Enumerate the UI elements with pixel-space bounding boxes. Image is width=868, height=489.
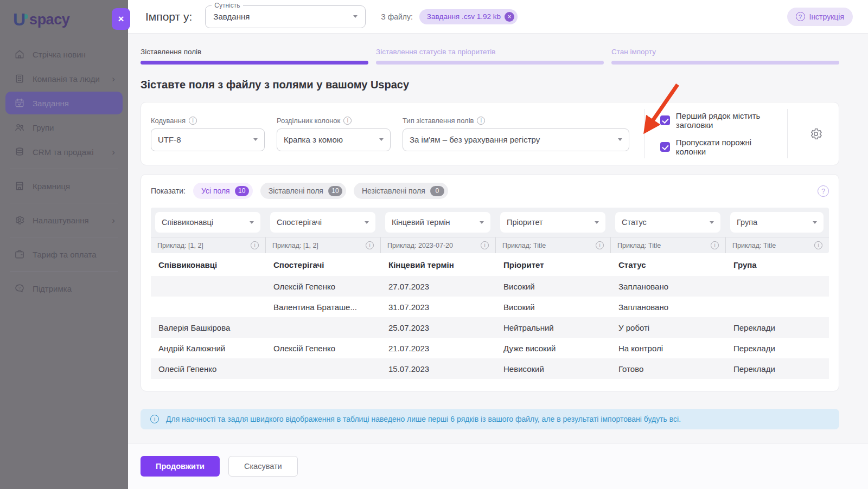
show-label: Показати:: [151, 186, 186, 195]
filter-chip-unmapped-fields[interactable]: Незіставлені поля 0: [354, 183, 448, 199]
import-modal: Імпорт у: Сутність Завдання З файлу: Зав…: [128, 0, 868, 489]
column-header: Група: [726, 260, 829, 269]
step-field-mapping[interactable]: Зіставлення полів: [141, 48, 368, 65]
sidebar-item-groups[interactable]: Групи: [5, 116, 123, 139]
sidebar-item-label: Крамниця: [33, 182, 70, 191]
chip-label: Зіставлені поля: [269, 186, 323, 195]
encoding-select[interactable]: UTF-8: [151, 128, 265, 151]
info-banner: i Для наочності та задля швидкого відобр…: [141, 409, 839, 429]
mapping-select-coexecutors[interactable]: Співвиконавці: [155, 212, 260, 233]
cancel-button[interactable]: Скасувати: [228, 456, 298, 477]
mapping-select-status[interactable]: Статус: [615, 212, 720, 233]
chevron-right-icon: ›: [112, 74, 115, 83]
caret-down-icon: [480, 221, 484, 224]
checkbox-checked-icon[interactable]: [660, 142, 670, 152]
caret-down-icon: [813, 221, 817, 224]
section-heading: Зіставте поля з файлу з полями у вашому …: [141, 79, 839, 91]
sidebar-item-tariff[interactable]: Тариф та оплата: [5, 243, 123, 266]
example-cell: Приклад: Titlei: [611, 237, 726, 253]
advanced-settings-gear-icon[interactable]: [803, 127, 829, 141]
delimiter-value: Крапка з комою: [284, 135, 343, 144]
delimiter-label: Роздільник колонок: [277, 117, 340, 125]
info-icon: i: [343, 117, 352, 125]
example-cell: Приклад: Titlei: [496, 237, 611, 253]
divider: [787, 109, 788, 158]
sidebar-item-crm[interactable]: CRM та продажі ›: [5, 140, 123, 163]
info-icon: i: [189, 117, 197, 125]
sidebar-item-newsfeed[interactable]: Стрічка новин: [5, 43, 123, 66]
checkbox-label: Пропускати порожні колонки: [676, 138, 772, 156]
sidebar-item-label: Завдання: [33, 99, 69, 108]
step-progress-bar: [141, 61, 368, 65]
mapping-select-deadline[interactable]: Кінцевий термін: [385, 212, 490, 233]
field-mapping-card: Показати: Усі поля 10 Зіставлені поля 10…: [141, 174, 839, 391]
example-cell: Приклад: 2023-07-20i: [381, 237, 496, 253]
match-type-select[interactable]: За ім'ям – без урахування регістру: [403, 128, 629, 151]
mapping-select-group[interactable]: Група: [730, 212, 824, 233]
info-icon: i: [596, 241, 604, 249]
step-status-mapping[interactable]: Зіставлення статусів та пріоритетів: [376, 48, 604, 65]
sidebar-item-label: Підтримка: [33, 284, 72, 293]
continue-button[interactable]: Продовжити: [141, 456, 220, 477]
file-chip[interactable]: Завдання .csv 1.92 kb ×: [419, 9, 518, 24]
table-row: Валерія Башкірова25.07.2023НейтральнийУ …: [151, 317, 829, 338]
close-icon[interactable]: ×: [112, 8, 130, 30]
remove-file-icon[interactable]: ×: [505, 12, 514, 22]
step-progress-bar: [611, 61, 839, 65]
table-row: Олексій Гепенко27.07.2023ВисокийЗапланов…: [151, 276, 829, 297]
home-icon: [14, 49, 25, 60]
match-type-value: За ім'ям – без урахування регістру: [410, 135, 540, 144]
sidebar-item-support[interactable]: ? Підтримка: [5, 277, 123, 300]
settings-checkboxes: Перший рядок містить заголовки Пропускат…: [660, 111, 772, 156]
page-title: Імпорт у:: [145, 10, 192, 23]
logo-text: spacy: [29, 11, 69, 28]
question-icon: ?: [796, 12, 805, 21]
skip-empty-columns-checkbox[interactable]: Пропускати порожні колонки: [660, 138, 772, 156]
sidebar-item-shop[interactable]: Крамниця: [5, 175, 123, 197]
chip-label: Незіставлені поля: [362, 186, 425, 195]
encoding-value: UTF-8: [158, 135, 181, 144]
sidebar-item-tasks[interactable]: Завдання: [5, 92, 123, 114]
info-icon: i: [711, 241, 719, 249]
step-import-state[interactable]: Стан імпорту: [611, 48, 839, 65]
sidebar-divider: [10, 237, 118, 237]
store-icon: [14, 181, 25, 191]
example-cell: Приклад: [1, 2]i: [151, 237, 266, 253]
table-header-row: Співвиконавці Спостерігачі Кінцевий терм…: [151, 253, 829, 276]
table-row: Олесій Гепенко15.07.2023НевисокийГотовоП…: [151, 358, 829, 379]
chat-question-icon: ?: [14, 283, 25, 294]
caret-down-icon: [353, 15, 358, 18]
sidebar-divider: [10, 169, 118, 169]
encoding-field: Кодування i UTF-8: [151, 117, 265, 151]
sidebar-nav: Стрічка новин Компанія та люди › Завданн…: [0, 43, 128, 300]
delimiter-select[interactable]: Крапка з комою: [277, 128, 391, 151]
mapping-select-priority[interactable]: Пріоритет: [500, 212, 605, 233]
mapping-select-observers[interactable]: Спостерігачі: [270, 212, 375, 233]
file-chip-label: Завдання .csv 1.92 kb: [427, 12, 501, 21]
filter-chip-mapped-fields[interactable]: Зіставлені поля 10: [260, 183, 346, 199]
entity-select[interactable]: Сутність Завдання: [205, 5, 366, 28]
checkbox-checked-icon[interactable]: [660, 115, 670, 125]
info-banner-text: Для наочності та задля швидкого відображ…: [166, 415, 681, 423]
example-cell: Приклад: [1, 2]i: [266, 237, 381, 253]
sidebar-item-label: Стрічка новин: [33, 50, 86, 59]
uspacy-logo[interactable]: Uspacy: [0, 0, 128, 37]
filter-row: Показати: Усі поля 10 Зіставлені поля 10…: [151, 175, 829, 208]
sidebar-item-settings[interactable]: Налаштування ›: [5, 209, 123, 231]
example-row: Приклад: [1, 2]i Приклад: [1, 2]i Прикла…: [151, 237, 829, 253]
filter-chip-all-fields[interactable]: Усі поля 10: [193, 183, 253, 199]
mapping-select-value: Пріоритет: [507, 218, 543, 227]
help-question-icon[interactable]: ?: [818, 185, 829, 197]
sidebar-item-label: Налаштування: [33, 216, 89, 225]
sidebar-divider: [10, 203, 118, 203]
info-icon: i: [251, 241, 259, 249]
sidebar-divider: [10, 271, 118, 272]
sidebar-item-label: CRM та продажі: [33, 147, 93, 157]
instruction-button[interactable]: ? Інструкція: [787, 8, 853, 26]
sidebar: Uspacy Стрічка новин Компанія та люди › …: [0, 0, 128, 489]
caret-down-icon: [250, 221, 254, 224]
sidebar-item-company[interactable]: Компанія та люди ›: [5, 67, 123, 90]
first-row-headers-checkbox[interactable]: Перший рядок містить заголовки: [660, 111, 772, 130]
caret-down-icon: [618, 138, 622, 141]
sidebar-item-label: Тариф та оплата: [33, 250, 97, 259]
